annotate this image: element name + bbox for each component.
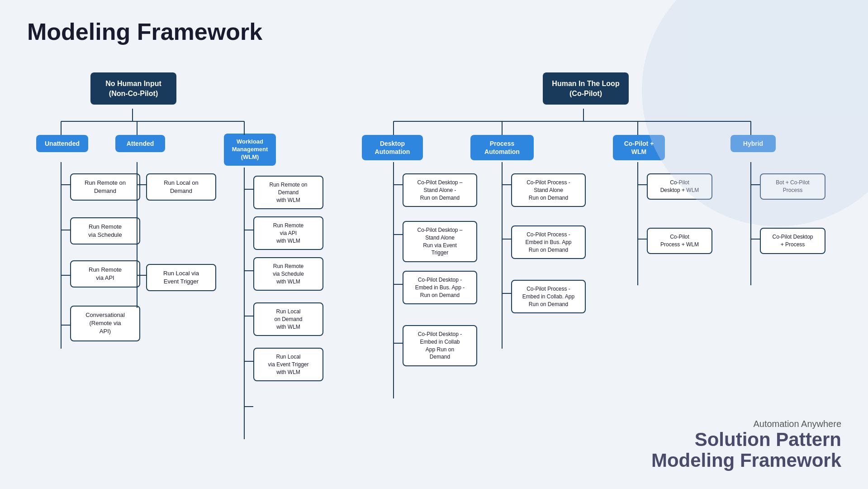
branding-block: Automation Anywhere Solution Pattern Mod… (651, 419, 841, 471)
process-automation-node: Process Automation (470, 135, 534, 160)
wlm-child-1: Run Remote via API with WLM (253, 216, 323, 250)
wlm-child-3: Run Local on Demand with WLM (253, 302, 323, 336)
hybrid-child-0: Bot + Co-Pilot Process (760, 173, 825, 200)
branding-sub: Automation Anywhere (651, 419, 841, 429)
wlm-child-4: Run Local via Event Trigger with WLM (253, 348, 323, 381)
attended-child-0: Run Local on Demand (146, 173, 216, 201)
wlm-node: Workload Management (WLM) (224, 134, 276, 166)
desktop-child-3: Co-Pilot Desktop - Embed in Collab App R… (403, 325, 477, 366)
copilot-wlm-child-1: Co-Pilot Process + WLM (647, 228, 712, 254)
unattended-child-0: Run Remote on Demand (70, 173, 140, 201)
attended-child-1: Run Local via Event Trigger (146, 264, 216, 291)
wlm-child-2: Run Remote via Schedule with WLM (253, 257, 323, 291)
wlm-child-0: Run Remote on Demand with WLM (253, 176, 323, 209)
hybrid-node: Hybrid (730, 135, 776, 152)
left-root-node: No Human Input (Non-Co-Pilot) (90, 72, 176, 105)
desktop-child-1: Co-Pilot Desktop – Stand Alone Run via E… (403, 221, 477, 262)
unattended-child-2: Run Remote via API (70, 260, 140, 288)
right-root-node: Human In The Loop (Co-Pilot) (543, 72, 629, 105)
process-child-2: Co-Pilot Process - Embed in Collab. App … (511, 280, 586, 313)
unattended-child-3: Conversational (Remote via API) (70, 306, 140, 341)
copilot-wlm-node: Co-Pilot + WLM (613, 135, 665, 160)
desktop-child-0: Co-Pilot Desktop – Stand Alone - Run on … (403, 173, 477, 207)
hybrid-child-1: Co-Pilot Desktop + Process (760, 228, 825, 254)
diagram-area: No Human Input (Non-Co-Pilot) Unattended… (27, 63, 841, 471)
copilot-wlm-child-0: Co-Pilot Desktop + WLM (647, 173, 712, 200)
unattended-node: Unattended (36, 135, 88, 152)
desktop-automation-node: Desktop Automation (362, 135, 423, 160)
process-child-1: Co-Pilot Process - Embed in Bus. App Run… (511, 225, 586, 259)
desktop-child-2: Co-Pilot Desktop - Embed in Bus. App - R… (403, 271, 477, 304)
unattended-child-1: Run Remote via Schedule (70, 217, 140, 244)
page-title: Modeling Framework (27, 18, 841, 45)
process-child-0: Co-Pilot Process - Stand Alone Run on De… (511, 173, 586, 207)
attended-node: Attended (115, 135, 165, 152)
branding-main: Solution Pattern Modeling Framework (651, 429, 841, 471)
